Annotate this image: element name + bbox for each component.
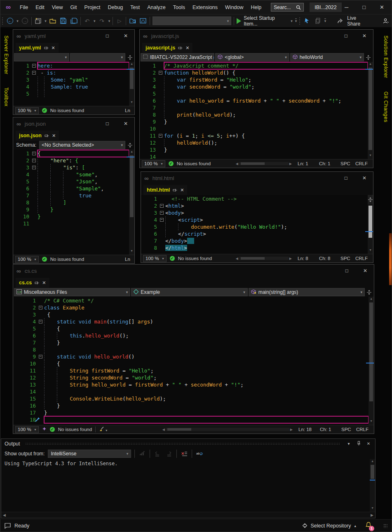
live-share-button[interactable]: Live Share bbox=[347, 15, 370, 27]
menu-project[interactable]: Project bbox=[81, 3, 104, 12]
close-icon[interactable]: ✕ bbox=[185, 45, 189, 51]
maximize-button[interactable]: □ bbox=[345, 33, 347, 39]
pin-icon[interactable] bbox=[44, 46, 49, 50]
message-levels-icon[interactable] bbox=[138, 450, 146, 458]
line-indicator[interactable]: Ln: 8 bbox=[298, 256, 319, 261]
split-window-button[interactable] bbox=[365, 53, 372, 61]
startup-item-dropdown[interactable]: ▾ bbox=[291, 19, 293, 23]
code-line-3[interactable]: 3−<body> bbox=[141, 209, 368, 216]
menu-help[interactable]: Help bbox=[247, 3, 265, 12]
code-line-8[interactable]: 8 bbox=[13, 346, 369, 353]
start-without-debug-icon[interactable]: ▷ bbox=[115, 16, 123, 26]
zoom-level-combo[interactable]: 100 %▾ bbox=[15, 426, 39, 433]
navigation-combo-1[interactable]: IBIATCL-VS2022 JavaScript (▾ bbox=[141, 53, 214, 61]
code-line-7[interactable]: 7 } bbox=[13, 339, 369, 346]
fold-collapse-icon[interactable]: − bbox=[32, 71, 36, 75]
redo-icon[interactable]: ↷ bbox=[98, 16, 106, 26]
document-tab[interactable]: json.json✕ bbox=[16, 131, 59, 141]
code-line-1[interactable]: 1 <!-- HTML Comment --> bbox=[141, 195, 368, 202]
code-line-5[interactable]: 5 bbox=[13, 90, 129, 97]
code-line-15[interactable]: 15 Console.WriteLine(hello_world); bbox=[13, 395, 369, 402]
menu-edit[interactable]: Edit bbox=[32, 3, 48, 12]
code-editor[interactable]: 1−here:2− - is:3 Some: "yaml"4 Sample: t… bbox=[13, 62, 134, 106]
zoom-level-combo[interactable]: 100 %▾ bbox=[142, 160, 165, 167]
navigation-combo-1[interactable]: <No Schema Selected>▾ bbox=[39, 141, 125, 149]
close-button[interactable]: ✕ bbox=[363, 268, 367, 274]
maximize-button[interactable]: □ bbox=[345, 268, 348, 274]
copy-document-icon[interactable] bbox=[314, 16, 322, 26]
code-line-1[interactable]: 1/* JavaScript comment */ bbox=[140, 62, 368, 69]
code-line-10[interactable]: 10 { bbox=[13, 360, 369, 367]
pin-icon[interactable] bbox=[355, 441, 362, 447]
navigate-forward-button[interactable]: → bbox=[21, 16, 29, 26]
undo-dropdown[interactable]: ▾ bbox=[94, 19, 96, 23]
close-icon[interactable]: ✕ bbox=[52, 133, 56, 138]
close-icon[interactable]: ✕ bbox=[42, 280, 46, 286]
issues-status[interactable]: No issues found bbox=[178, 256, 212, 261]
navigate-back-dropdown[interactable]: ▾ bbox=[16, 19, 19, 23]
vertical-scrollbar[interactable]: ▲▼ bbox=[129, 150, 134, 255]
pin-icon[interactable] bbox=[173, 188, 177, 192]
search-input[interactable]: Searc... bbox=[271, 3, 304, 12]
code-line-10[interactable]: 10 bbox=[140, 125, 368, 132]
code-line-12[interactable]: 12 helloWorld(); bbox=[140, 139, 368, 146]
toolbar-overflow-icon[interactable]: ▾ bbox=[295, 19, 297, 23]
code-line-11[interactable]: 11 bbox=[13, 220, 129, 227]
cursor-tool-icon[interactable] bbox=[303, 16, 311, 26]
code-line-6[interactable]: 6 </script> bbox=[141, 230, 368, 237]
previous-message-icon[interactable] bbox=[153, 450, 162, 458]
close-button[interactable]: ✕ bbox=[362, 175, 366, 181]
tool-tab-solution-explorer[interactable]: Solution Explorer bbox=[383, 30, 389, 83]
fold-collapse-icon[interactable]: − bbox=[160, 218, 164, 222]
menu-test[interactable]: Test bbox=[127, 3, 143, 12]
vertical-scrollbar[interactable]: ▲▼ bbox=[368, 62, 373, 159]
column-indicator[interactable]: Ch: 1 bbox=[320, 427, 341, 432]
output-source-combo[interactable]: IntelliSense ▾ bbox=[48, 450, 131, 458]
code-line-4[interactable]: 4 "some", bbox=[13, 171, 129, 178]
menu-debug[interactable]: Debug bbox=[104, 3, 127, 12]
navigation-combo-2[interactable]: <global>▾ bbox=[215, 53, 289, 61]
split-window-button[interactable] bbox=[366, 288, 373, 296]
resize-grip[interactable] bbox=[383, 524, 387, 528]
output-horizontal-scrollbar[interactable]: ◀▶ bbox=[1, 512, 375, 518]
feedback-icon[interactable] bbox=[5, 523, 11, 529]
issues-status[interactable]: No issues found bbox=[50, 108, 84, 113]
fold-collapse-icon[interactable]: − bbox=[32, 64, 36, 68]
pin-icon[interactable] bbox=[45, 134, 49, 138]
find-in-files-icon[interactable] bbox=[129, 16, 136, 26]
pin-icon[interactable] bbox=[178, 46, 183, 50]
account-icon[interactable] bbox=[382, 16, 390, 26]
solution-configurations-combo[interactable]: ▾ bbox=[153, 16, 231, 25]
toolbar-grip[interactable] bbox=[2, 17, 4, 25]
save-all-icon[interactable] bbox=[70, 16, 77, 26]
close-button[interactable]: ✕ bbox=[124, 33, 128, 39]
code-line-8[interactable]: 8 print(hello_world); bbox=[140, 111, 368, 118]
fold-collapse-icon[interactable]: − bbox=[159, 71, 162, 75]
fold-collapse-icon[interactable]: − bbox=[39, 355, 42, 359]
code-line-4[interactable]: 4 Sample: true bbox=[13, 83, 129, 90]
panel-drag-handle[interactable] bbox=[25, 443, 340, 445]
column-indicator[interactable]: Ch: 8 bbox=[319, 256, 340, 261]
issues-status[interactable]: No issues found bbox=[50, 257, 84, 262]
navigation-combo-3[interactable]: helloWorld▾ bbox=[290, 53, 364, 61]
code-line-4[interactable]: 4− static void main(string[] args) bbox=[13, 318, 369, 325]
horizontal-scrollbar[interactable]: ◀▶ bbox=[236, 257, 292, 260]
split-window-button[interactable] bbox=[126, 53, 134, 61]
menu-extensions[interactable]: Extensions bbox=[189, 3, 221, 12]
fold-collapse-icon[interactable]: − bbox=[160, 211, 164, 215]
code-line-2[interactable]: 2− "here": { bbox=[13, 157, 129, 164]
issues-status[interactable]: No issues found bbox=[58, 427, 92, 432]
live-share-icon[interactable] bbox=[337, 16, 345, 26]
code-line-2[interactable]: 2−<html> bbox=[141, 202, 368, 209]
issues-status[interactable]: No issues found bbox=[177, 161, 211, 166]
vertical-scrollbar[interactable]: ▲▼ bbox=[369, 297, 374, 425]
fold-collapse-icon[interactable]: − bbox=[32, 152, 36, 155]
tool-tab-server-explorer[interactable]: Server Explorer bbox=[3, 30, 9, 79]
minimize-button[interactable]: ─ bbox=[345, 4, 348, 10]
code-line-6[interactable]: 6 "Sample", bbox=[13, 185, 129, 192]
tool-tab-toolbox[interactable]: Toolbox bbox=[3, 82, 9, 112]
navigation-combo-2[interactable]: ▾ bbox=[70, 53, 125, 61]
code-line-2[interactable]: 2−function helloWorld() { bbox=[140, 69, 368, 76]
zoom-level-combo[interactable]: 100 %▾ bbox=[143, 255, 167, 262]
spaces-indicator[interactable]: SPC bbox=[340, 161, 355, 166]
